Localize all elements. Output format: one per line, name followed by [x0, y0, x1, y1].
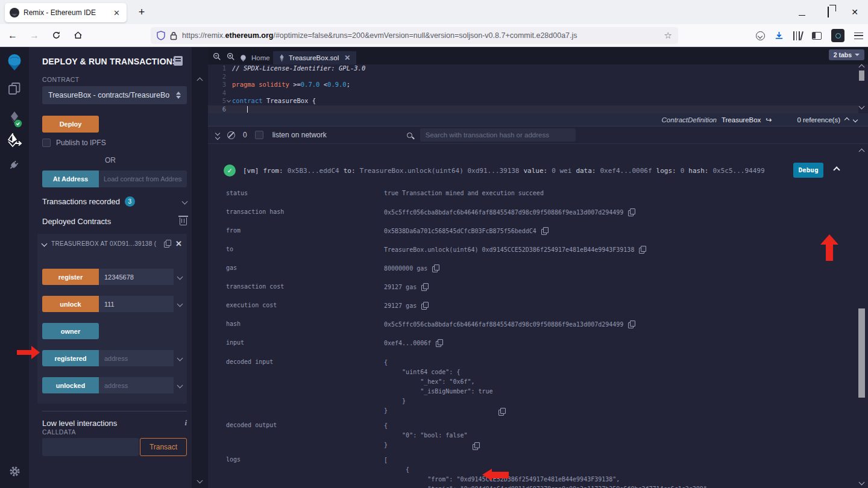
contract-select[interactable]: TreasureBox - contracts/TreasureBo: [42, 86, 187, 104]
debug-button[interactable]: Debug: [793, 163, 823, 178]
trash-icon[interactable]: [180, 217, 187, 225]
panel-gutter: [192, 47, 208, 488]
editor-scroll-down-icon[interactable]: [859, 104, 865, 110]
tx-detail-label: from: [226, 227, 384, 234]
url-bar[interactable]: https://remix.ethereum.org/#optimize=fal…: [151, 27, 678, 44]
lock-icon[interactable]: [170, 31, 177, 40]
expand-fn-chevron-icon[interactable]: [177, 274, 183, 280]
copy-icon[interactable]: [421, 283, 428, 291]
terminal-search-input[interactable]: [420, 128, 576, 142]
instance-expand-chevron-icon[interactable]: [42, 241, 48, 247]
unlock-input[interactable]: [99, 296, 174, 312]
copy-icon[interactable]: [436, 339, 442, 347]
panel-doc-icon[interactable]: [174, 56, 183, 66]
extension-icon[interactable]: [831, 29, 844, 42]
deploy-run-icon[interactable]: [0, 133, 29, 148]
menu-hamburger-icon[interactable]: [854, 33, 863, 39]
copy-icon[interactable]: [498, 408, 505, 416]
terminal-collapse-icon[interactable]: [216, 131, 219, 139]
tx-detail-row: hash 0x5c5ffc056cba8bdafc6b4646faf884554…: [226, 321, 858, 339]
plugin-manager-icon[interactable]: [0, 158, 29, 171]
close-tab-icon[interactable]: ✕: [344, 54, 350, 62]
terminal-log[interactable]: ✓ [vm]from:0x5B3...eddC4to:TreasureBox.u…: [208, 144, 858, 488]
chevron-down-icon[interactable]: [182, 199, 188, 205]
prev-reference-icon[interactable]: [844, 117, 849, 122]
deploy-button[interactable]: Deploy: [42, 116, 99, 133]
tracking-shield-icon[interactable]: [157, 31, 165, 40]
registered-button[interactable]: registered: [42, 350, 99, 366]
goto-definition-icon[interactable]: ↪: [766, 116, 772, 124]
copy-icon[interactable]: [473, 442, 479, 450]
close-instance-icon[interactable]: ✕: [175, 239, 182, 248]
window-minimize-button[interactable]: [797, 7, 807, 17]
next-reference-icon[interactable]: [853, 117, 858, 122]
browser-tab[interactable]: Remix - Ethereum IDE ✕: [5, 3, 127, 22]
code-editor[interactable]: 1 // SPDX-License-Identifier: GPL-3.0 2 …: [208, 64, 858, 113]
copy-icon[interactable]: [164, 240, 171, 248]
copy-icon[interactable]: [432, 264, 439, 272]
registered-input[interactable]: [99, 350, 174, 366]
expand-fn-chevron-icon[interactable]: [177, 383, 183, 389]
new-tab-button[interactable]: +: [134, 5, 149, 20]
register-button[interactable]: register: [42, 269, 99, 285]
zoom-out-icon[interactable]: [213, 52, 221, 61]
transactions-recorded-row[interactable]: Transactions recorded 3: [42, 196, 187, 207]
scroll-down-icon[interactable]: [197, 478, 203, 484]
terminal-scroll-down-icon[interactable]: [859, 480, 865, 486]
copy-icon[interactable]: [541, 227, 548, 235]
back-button-icon[interactable]: ←: [4, 27, 22, 44]
expand-fn-chevron-icon[interactable]: [177, 355, 183, 361]
forward-button-icon[interactable]: →: [25, 27, 43, 44]
unlock-button[interactable]: unlock: [42, 296, 99, 312]
bookmark-star-icon[interactable]: ☆: [664, 30, 672, 41]
info-icon[interactable]: i: [184, 418, 187, 428]
tx-detail-label: input: [226, 339, 384, 346]
clear-console-icon[interactable]: [227, 131, 235, 139]
tab-treasurebox-sol[interactable]: TreasureBox.sol ✕: [273, 51, 356, 64]
transact-button[interactable]: Transact: [140, 438, 187, 456]
tabs-dropdown-button[interactable]: 2 tabs: [829, 49, 864, 60]
editor-scroll-up-icon[interactable]: [859, 64, 865, 70]
library-icon[interactable]: [793, 31, 802, 40]
search-icon: [407, 133, 412, 138]
reload-button-icon[interactable]: [47, 27, 65, 44]
expand-fn-chevron-icon[interactable]: [177, 301, 183, 307]
tab-close-icon[interactable]: ✕: [112, 8, 122, 17]
line-number: 2: [208, 73, 226, 81]
solidity-compiler-icon[interactable]: [0, 110, 29, 128]
editor-terminal-area: Home TreasureBox.sol ✕ 2 tabs 1 // SPDX-…: [208, 47, 868, 488]
home-button-icon[interactable]: [69, 27, 87, 44]
settings-gear-icon[interactable]: [0, 465, 29, 478]
fn-row-unlocked: unlocked: [42, 377, 182, 393]
file-explorer-icon[interactable]: [0, 82, 29, 96]
calldata-input[interactable]: [42, 438, 139, 456]
editor-scrollbar-thumb[interactable]: [859, 70, 864, 81]
owner-button[interactable]: owner: [42, 323, 99, 339]
copy-icon[interactable]: [639, 246, 646, 254]
code-line: 1 // SPDX-License-Identifier: GPL-3.0: [208, 64, 858, 73]
downloads-icon[interactable]: [775, 31, 784, 40]
unlocked-button[interactable]: unlocked: [42, 377, 99, 393]
terminal-scrollbar-thumb[interactable]: [858, 308, 865, 398]
copy-icon[interactable]: [628, 321, 635, 328]
sidebar-toggle-icon[interactable]: [812, 32, 822, 40]
at-address-input[interactable]: [99, 170, 187, 187]
register-input[interactable]: [99, 269, 174, 285]
terminal-scroll-up-icon[interactable]: [859, 149, 865, 155]
at-address-button[interactable]: At Address: [42, 170, 99, 187]
listen-network-checkbox[interactable]: [255, 131, 263, 139]
remix-logo-icon[interactable]: [0, 52, 29, 72]
tx-detail-value: true Transaction mined and execution suc…: [384, 190, 544, 196]
publish-ipfs-checkbox[interactable]: [42, 139, 51, 147]
breadcrumb-name: TreasureBox: [722, 116, 761, 124]
copy-icon[interactable]: [628, 208, 635, 216]
unlocked-input[interactable]: [99, 377, 174, 393]
window-close-button[interactable]: ✕: [850, 7, 860, 17]
copy-icon[interactable]: [421, 302, 428, 310]
tx-detail-label: gas: [226, 264, 384, 271]
scroll-up-icon[interactable]: [197, 78, 203, 84]
tab-home[interactable]: Home: [233, 51, 276, 64]
transaction-summary-row[interactable]: ✓ [vm]from:0x5B3...eddC4to:TreasureBox.u…: [208, 163, 858, 178]
window-restore-button[interactable]: [823, 7, 833, 17]
pocket-icon[interactable]: [756, 31, 765, 40]
